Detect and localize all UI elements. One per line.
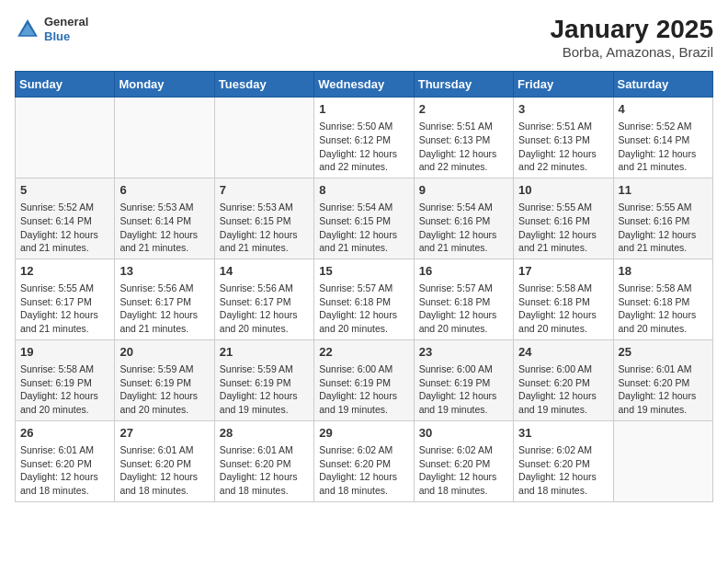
logo-text: General Blue (44, 15, 88, 43)
day-number: 2 (419, 101, 508, 118)
day-info-text: Daylight: 12 hours and 20 minutes. (319, 308, 408, 335)
logo-line2: Blue (44, 29, 88, 44)
calendar-cell: 13Sunrise: 5:56 AMSunset: 6:17 PMDayligh… (115, 259, 214, 339)
calendar-cell: 21Sunrise: 5:59 AMSunset: 6:19 PMDayligh… (214, 339, 313, 420)
day-number: 19 (20, 344, 109, 361)
day-number: 18 (619, 263, 708, 280)
day-number: 23 (419, 344, 508, 361)
day-info-text: Daylight: 12 hours and 21 minutes. (119, 308, 209, 335)
day-info-text: Sunset: 6:19 PM (119, 376, 209, 390)
day-number: 15 (319, 263, 408, 280)
day-number: 24 (518, 344, 608, 361)
weekday-header-monday: Monday (115, 72, 214, 98)
calendar-cell: 31Sunrise: 6:02 AMSunset: 6:20 PMDayligh… (514, 420, 613, 501)
day-info-text: Sunrise: 6:00 AM (419, 362, 508, 376)
calendar-cell: 1Sunrise: 5:50 AMSunset: 6:12 PMDaylight… (314, 98, 414, 178)
day-info-text: Sunset: 6:16 PM (419, 214, 508, 228)
weekday-header-wednesday: Wednesday (314, 72, 414, 98)
day-info-text: Sunrise: 5:55 AM (619, 201, 708, 214)
day-info-text: Sunrise: 6:01 AM (220, 443, 309, 457)
day-info-text: Sunrise: 5:57 AM (419, 282, 508, 295)
day-number: 22 (319, 344, 408, 361)
day-info-text: Daylight: 12 hours and 21 minutes. (220, 228, 309, 255)
day-info-text: Sunset: 6:20 PM (20, 457, 109, 471)
logo-icon (15, 17, 40, 42)
day-info-text: Sunrise: 6:00 AM (518, 362, 608, 376)
weekday-header-row: SundayMondayTuesdayWednesdayThursdayFrid… (16, 72, 713, 98)
day-info-text: Daylight: 12 hours and 21 minutes. (518, 228, 608, 255)
title-block: January 2025 Borba, Amazonas, Brazil (551, 15, 713, 60)
day-info-text: Sunset: 6:17 PM (119, 295, 209, 309)
day-info-text: Sunrise: 5:50 AM (319, 120, 408, 133)
weekday-header-friday: Friday (514, 72, 613, 98)
day-info-text: Sunset: 6:20 PM (518, 376, 608, 390)
day-info-text: Sunset: 6:19 PM (220, 376, 309, 390)
day-number: 27 (119, 425, 209, 442)
calendar-cell: 8Sunrise: 5:54 AMSunset: 6:15 PMDaylight… (314, 178, 414, 259)
day-info-text: Daylight: 12 hours and 20 minutes. (20, 389, 109, 416)
calendar-cell: 11Sunrise: 5:55 AMSunset: 6:16 PMDayligh… (613, 178, 712, 259)
day-info-text: Sunrise: 5:54 AM (419, 201, 508, 214)
day-number: 13 (119, 263, 209, 280)
day-info-text: Daylight: 12 hours and 18 minutes. (518, 470, 608, 497)
day-info-text: Sunrise: 5:59 AM (119, 362, 209, 376)
day-info-text: Daylight: 12 hours and 19 minutes. (619, 389, 708, 416)
calendar-cell: 5Sunrise: 5:52 AMSunset: 6:14 PMDaylight… (16, 178, 115, 259)
day-info-text: Sunset: 6:12 PM (319, 133, 408, 147)
day-info-text: Daylight: 12 hours and 22 minutes. (419, 147, 508, 174)
day-info-text: Sunset: 6:18 PM (319, 295, 408, 309)
calendar-cell: 4Sunrise: 5:52 AMSunset: 6:14 PMDaylight… (613, 98, 712, 178)
day-info-text: Sunset: 6:16 PM (518, 214, 608, 228)
calendar-cell: 23Sunrise: 6:00 AMSunset: 6:19 PMDayligh… (414, 339, 513, 420)
day-info-text: Daylight: 12 hours and 21 minutes. (419, 228, 508, 255)
day-info-text: Daylight: 12 hours and 18 minutes. (419, 470, 508, 497)
day-info-text: Sunset: 6:13 PM (518, 133, 608, 147)
calendar-table: SundayMondayTuesdayWednesdayThursdayFrid… (15, 71, 713, 502)
calendar-cell: 26Sunrise: 6:01 AMSunset: 6:20 PMDayligh… (16, 420, 115, 501)
day-info-text: Sunset: 6:20 PM (619, 376, 708, 390)
day-info-text: Sunset: 6:16 PM (619, 214, 708, 228)
day-info-text: Sunset: 6:20 PM (518, 457, 608, 471)
day-info-text: Sunset: 6:20 PM (119, 457, 209, 471)
day-info-text: Daylight: 12 hours and 21 minutes. (20, 228, 109, 255)
day-info-text: Sunrise: 5:56 AM (220, 282, 309, 295)
day-info-text: Sunset: 6:18 PM (518, 295, 608, 309)
day-info-text: Daylight: 12 hours and 21 minutes. (119, 228, 209, 255)
day-number: 7 (220, 182, 309, 199)
day-number: 28 (220, 425, 309, 442)
day-info-text: Sunset: 6:19 PM (419, 376, 508, 390)
weekday-header-thursday: Thursday (414, 72, 513, 98)
day-info-text: Daylight: 12 hours and 21 minutes. (20, 308, 109, 335)
day-info-text: Daylight: 12 hours and 20 minutes. (119, 389, 209, 416)
calendar-cell: 15Sunrise: 5:57 AMSunset: 6:18 PMDayligh… (314, 259, 414, 339)
day-info-text: Sunrise: 5:56 AM (119, 282, 209, 295)
logo-line1: General (44, 15, 88, 29)
day-info-text: Daylight: 12 hours and 18 minutes. (319, 470, 408, 497)
day-info-text: Sunrise: 5:54 AM (319, 201, 408, 214)
day-info-text: Daylight: 12 hours and 19 minutes. (220, 389, 309, 416)
calendar-cell: 6Sunrise: 5:53 AMSunset: 6:14 PMDaylight… (115, 178, 214, 259)
calendar-cell: 20Sunrise: 5:59 AMSunset: 6:19 PMDayligh… (115, 339, 214, 420)
day-info-text: Sunrise: 6:01 AM (619, 362, 708, 376)
day-number: 4 (619, 101, 708, 118)
day-info-text: Sunset: 6:20 PM (419, 457, 508, 471)
calendar-cell (214, 98, 313, 178)
day-number: 8 (319, 182, 408, 199)
day-number: 16 (419, 263, 508, 280)
day-info-text: Daylight: 12 hours and 19 minutes. (319, 389, 408, 416)
calendar-week-row: 26Sunrise: 6:01 AMSunset: 6:20 PMDayligh… (16, 420, 713, 501)
day-info-text: Daylight: 12 hours and 20 minutes. (619, 308, 708, 335)
day-info-text: Daylight: 12 hours and 21 minutes. (619, 228, 708, 255)
day-info-text: Sunrise: 5:55 AM (20, 282, 109, 295)
day-info-text: Sunrise: 6:00 AM (319, 362, 408, 376)
day-number: 17 (518, 263, 608, 280)
day-info-text: Sunrise: 5:51 AM (419, 120, 508, 133)
calendar-cell: 27Sunrise: 6:01 AMSunset: 6:20 PMDayligh… (115, 420, 214, 501)
day-info-text: Sunrise: 6:02 AM (319, 443, 408, 457)
calendar-cell (115, 98, 214, 178)
day-info-text: Sunset: 6:17 PM (20, 295, 109, 309)
day-info-text: Sunset: 6:18 PM (419, 295, 508, 309)
day-info-text: Daylight: 12 hours and 18 minutes. (20, 470, 109, 497)
day-info-text: Sunset: 6:14 PM (619, 133, 708, 147)
day-info-text: Sunset: 6:13 PM (419, 133, 508, 147)
